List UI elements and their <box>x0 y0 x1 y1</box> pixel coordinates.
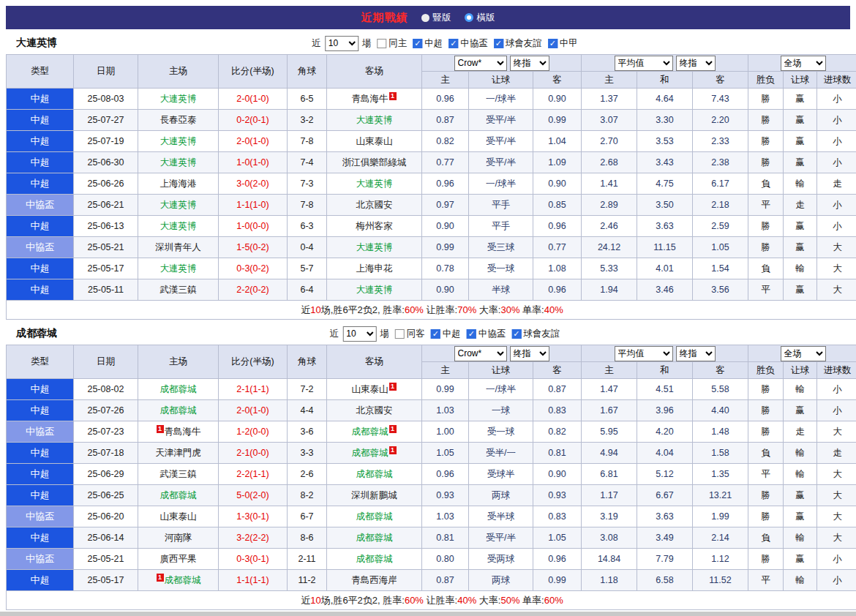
home-team-name[interactable]: 深圳青年人 <box>155 242 201 252</box>
away-team-name[interactable]: 浙江俱樂部綠城 <box>342 157 407 168</box>
away-team-name[interactable]: 北京國安 <box>356 405 393 416</box>
score-cell[interactable]: 1-1(1-0) <box>219 195 288 216</box>
score-cell[interactable]: 2-1(0-0) <box>219 443 288 464</box>
radio-vertical-option[interactable]: 豎版 <box>421 12 451 24</box>
home-team-name[interactable]: 長春亞泰 <box>160 115 197 125</box>
score-cell[interactable]: 2-0(1-0) <box>219 89 288 110</box>
away-team-name[interactable]: 上海申花 <box>356 263 393 274</box>
score-cell[interactable]: 3-2(2-2) <box>219 527 288 549</box>
score-cell[interactable]: 0-3(0-1) <box>219 549 288 570</box>
league-filter-1[interactable]: 中協盃 <box>448 37 488 50</box>
away-team-name[interactable]: 深圳新鵬城 <box>351 490 397 500</box>
radio-vertical-icon[interactable] <box>421 14 429 22</box>
league-checkbox-1[interactable] <box>448 39 458 48</box>
away-team-name[interactable]: 成都蓉城 <box>352 448 388 458</box>
score-cell[interactable]: 2-1(1-1) <box>219 379 288 400</box>
score-cell[interactable]: 1-0(1-0) <box>219 152 288 173</box>
home-team-name[interactable]: 山東泰山 <box>160 511 197 522</box>
home-team-name[interactable]: 成都蓉城 <box>160 384 197 394</box>
home-team-name[interactable]: 河南隊 <box>165 533 192 543</box>
score-cell[interactable]: 5-0(2-0) <box>219 485 288 506</box>
score-cell[interactable]: 3-0(2-0) <box>219 173 288 195</box>
odds-source-select[interactable]: Crow* <box>454 346 507 361</box>
home-team-name[interactable]: 大連英博 <box>160 136 197 146</box>
avg-odds-select[interactable]: 平均值 <box>615 56 673 71</box>
league-checkbox-2[interactable] <box>494 39 503 48</box>
radio-horizontal-option[interactable]: 橫版 <box>465 12 495 24</box>
away-team-name[interactable]: 梅州客家 <box>356 221 393 231</box>
away-team-name[interactable]: 北京國安 <box>356 200 393 210</box>
league-filter-0[interactable]: 中超 <box>431 328 461 340</box>
score-cell[interactable]: 1-5(0-2) <box>219 237 288 258</box>
score-cell[interactable]: 1-2(0-0) <box>219 421 288 443</box>
score-cell[interactable]: 0-3(0-2) <box>219 258 288 279</box>
league-filter-1[interactable]: 中協盃 <box>467 328 506 340</box>
home-team-name[interactable]: 武漢三鎮 <box>160 469 197 479</box>
away-team-name[interactable]: 大連英博 <box>356 242 393 252</box>
home-team-name[interactable]: 武漢三鎮 <box>160 285 197 295</box>
league-checkbox-3[interactable] <box>548 39 557 48</box>
avg-odds-select[interactable]: 平均值 <box>615 346 673 361</box>
away-team-name[interactable]: 山東泰山 <box>356 136 393 146</box>
away-team-name[interactable]: 成都蓉城 <box>356 554 393 564</box>
league-filter-0[interactable]: 中超 <box>413 37 443 50</box>
result-scope-select[interactable]: 全场 <box>781 346 826 361</box>
home-team-name[interactable]: 大連英博 <box>160 200 197 210</box>
away-team-name[interactable]: 成都蓉城 <box>352 427 388 437</box>
away-team-name[interactable]: 大連英博 <box>356 285 393 295</box>
score-cell[interactable]: 1-1(1-1) <box>219 570 288 591</box>
avg-away-odds-cell: 1.58 <box>693 443 748 464</box>
avg-time-select[interactable]: 终指 <box>676 56 716 71</box>
away-team-name[interactable]: 山東泰山 <box>352 384 388 394</box>
odds-time-select[interactable]: 终指 <box>510 346 549 361</box>
odds-source-select[interactable]: Crow* <box>454 56 507 71</box>
league-filter-3[interactable]: 中甲 <box>548 37 578 50</box>
same-venue-checkbox[interactable] <box>377 39 386 48</box>
home-team-name[interactable]: 成都蓉城 <box>160 490 197 500</box>
league-checkbox-0[interactable] <box>413 39 422 48</box>
home-team-name[interactable]: 大連英博 <box>160 221 197 231</box>
same-venue-checkbox[interactable] <box>395 329 405 339</box>
away-team-name[interactable]: 成都蓉城 <box>356 469 393 479</box>
match-row: 中協盃25-06-20山東泰山1-3(0-1)6-7成都蓉城1.03受半球0.8… <box>7 506 856 527</box>
home-team-name[interactable]: 成都蓉城 <box>165 575 201 585</box>
league-checkbox-0[interactable] <box>431 329 440 339</box>
home-team-name[interactable]: 成都蓉城 <box>160 405 197 416</box>
home-team-name[interactable]: 大連英博 <box>160 263 197 274</box>
match-row: 中協盃25-06-21大連英博1-1(1-0)7-8北京國安0.97平手0.85… <box>7 195 856 216</box>
match-count-select[interactable]: 10 <box>342 326 376 342</box>
avg-draw-odds-cell: 5.12 <box>637 464 693 485</box>
away-team-name[interactable]: 大連英博 <box>356 179 393 189</box>
radio-horizontal-icon[interactable] <box>465 13 473 22</box>
home-team-name[interactable]: 大連英博 <box>160 94 197 104</box>
away-team-name[interactable]: 青島海牛 <box>352 94 388 104</box>
score-cell[interactable]: 1-3(0-1) <box>219 506 288 527</box>
league-checkbox-2[interactable] <box>511 329 521 339</box>
result-scope-select[interactable]: 全场 <box>781 56 826 71</box>
away-team-name[interactable]: 成都蓉城 <box>356 533 393 543</box>
same-venue-filter[interactable]: 同客 <box>395 328 425 340</box>
league-filter-2[interactable]: 球會友誼 <box>494 37 542 50</box>
score-cell[interactable]: 1-0(0-0) <box>219 216 288 237</box>
goals-result-cell: 大 <box>817 258 856 279</box>
league-filter-2[interactable]: 球會友誼 <box>511 328 560 340</box>
home-team-name[interactable]: 天津津門虎 <box>155 448 201 458</box>
away-team-cell: 大連英博 <box>327 279 422 301</box>
same-venue-filter[interactable]: 同主 <box>377 37 407 50</box>
home-team-name[interactable]: 青島海牛 <box>165 427 201 437</box>
odds-time-select[interactable]: 终指 <box>510 56 549 71</box>
home-team-name[interactable]: 廣西平果 <box>160 554 197 564</box>
home-team-name[interactable]: 大連英博 <box>160 157 197 168</box>
score-cell[interactable]: 2-0(1-0) <box>219 400 288 421</box>
score-cell[interactable]: 2-2(0-2) <box>219 279 288 301</box>
away-team-name[interactable]: 大連英博 <box>356 115 393 125</box>
away-team-name[interactable]: 成都蓉城 <box>356 511 393 522</box>
home-team-name[interactable]: 上海海港 <box>160 179 197 189</box>
avg-time-select[interactable]: 终指 <box>676 346 716 361</box>
score-cell[interactable]: 2-0(1-0) <box>219 131 288 152</box>
league-checkbox-1[interactable] <box>467 329 476 339</box>
score-cell[interactable]: 0-2(0-1) <box>219 110 288 131</box>
score-cell[interactable]: 2-2(1-1) <box>219 464 288 485</box>
away-team-name[interactable]: 青島西海岸 <box>351 575 397 585</box>
match-count-select[interactable]: 10 <box>325 36 358 51</box>
